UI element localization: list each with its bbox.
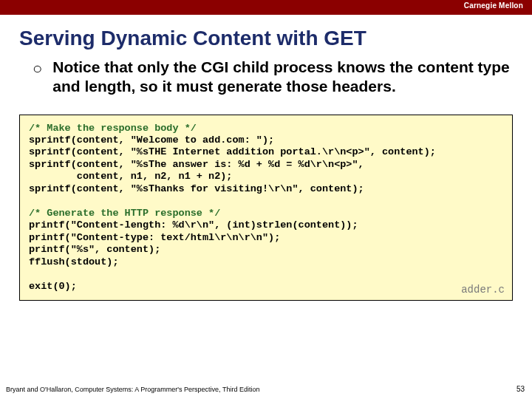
slide: Carnegie Mellon Serving Dynamic Content …: [0, 0, 532, 399]
code-line: printf("%s", content);: [29, 244, 160, 255]
code-line: exit(0);: [29, 281, 77, 292]
page-number: 53: [516, 385, 525, 393]
code-comment: /* Generate the HTTP response */: [29, 208, 220, 219]
page-title: Serving Dynamic Content with GET: [0, 15, 532, 58]
bullet-text: Notice that only the CGI child process k…: [52, 58, 517, 97]
code-line: printf("Content-length: %d\r\n", (int)st…: [29, 219, 358, 231]
bullet-item: ○ Notice that only the CGI child process…: [0, 58, 532, 104]
code-line: sprintf(content, "%sThanks for visiting!…: [29, 183, 364, 194]
code-listing: /* Make the response body */ sprintf(con…: [29, 123, 503, 293]
code-line: sprintf(content, "%sThe answer is: %d + …: [29, 159, 364, 170]
bullet-icon: ○: [33, 61, 42, 77]
org-name: Carnegie Mellon: [464, 1, 523, 10]
code-line: printf("Content-type: text/html\r\n\r\n"…: [29, 232, 280, 243]
code-line: sprintf(content, "Welcome to add.com: ")…: [29, 134, 274, 146]
code-comment: /* Make the response body */: [29, 123, 197, 134]
code-line: content, n1, n2, n1 + n2);: [29, 171, 232, 182]
footer-citation: Bryant and O'Hallaron, Computer Systems:…: [6, 386, 259, 393]
header-bar: Carnegie Mellon: [0, 0, 532, 15]
code-line: fflush(stdout);: [29, 256, 119, 267]
code-line: sprintf(content, "%sTHE Internet additio…: [29, 146, 436, 157]
file-label: adder.c: [461, 284, 505, 296]
code-box: /* Make the response body */ sprintf(con…: [19, 115, 513, 301]
